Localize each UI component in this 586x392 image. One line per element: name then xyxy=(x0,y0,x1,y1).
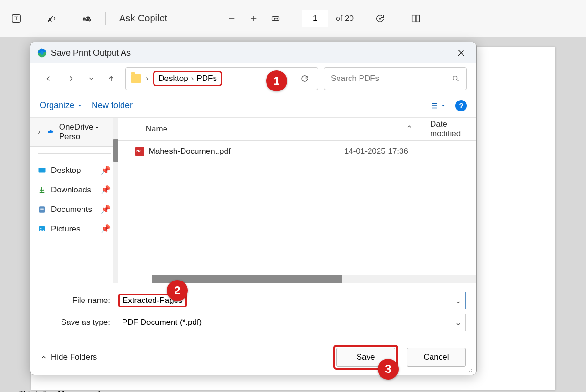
sidebar-item-onedrive[interactable]: › OneDrive - Perso xyxy=(30,118,118,147)
file-name-label: File name: xyxy=(41,296,117,305)
save-type-value: PDF Document (*.pdf) xyxy=(122,318,202,327)
sidebar-item-documents[interactable]: Documents 📌 xyxy=(30,200,118,219)
chevron-right-icon: › xyxy=(38,127,42,137)
pdf-file-icon xyxy=(135,147,144,156)
sidebar-item-pictures[interactable]: Pictures 📌 xyxy=(30,219,118,239)
separator xyxy=(70,12,70,25)
dialog-titlebar: Save Print Output As xyxy=(30,42,476,63)
separator xyxy=(398,12,398,25)
pin-icon: 📌 xyxy=(101,204,111,214)
nav-row: › Desktop › PDFs Search PDFs xyxy=(30,63,476,94)
column-name[interactable]: Name xyxy=(146,124,320,134)
chevron-down-icon[interactable]: ⌄ xyxy=(455,296,462,306)
documents-icon xyxy=(38,205,46,214)
pin-icon: 📌 xyxy=(101,185,111,195)
toolbar-row: Organize New folder ? xyxy=(30,94,476,118)
svg-point-8 xyxy=(40,51,43,54)
fit-width-icon[interactable] xyxy=(267,10,285,28)
onedrive-icon xyxy=(47,128,54,136)
sort-indicator-icon: ⌃ xyxy=(406,124,412,134)
svg-rect-12 xyxy=(40,208,44,208)
rotate-icon[interactable] xyxy=(371,10,389,28)
save-type-select[interactable]: PDF Document (*.pdf) ⌄ xyxy=(117,314,466,331)
chevron-right-icon: › xyxy=(191,74,194,83)
dialog-title-text: Save Print Output As xyxy=(51,48,131,58)
zoom-in-icon[interactable] xyxy=(245,10,263,28)
download-icon xyxy=(38,186,46,194)
zoom-out-icon[interactable] xyxy=(223,10,241,28)
help-icon[interactable]: ? xyxy=(455,100,467,111)
pictures-icon xyxy=(38,225,46,233)
folder-icon xyxy=(131,74,141,83)
sidebar-item-label: Pictures xyxy=(51,224,80,234)
refresh-icon[interactable] xyxy=(297,70,313,87)
sidebar-item-label: Desktop xyxy=(51,166,81,175)
pdf-viewer-toolbar: A aあ Ask Copilot of 20 xyxy=(0,0,586,37)
callout-badge-2: 2 xyxy=(167,280,188,301)
page-view-icon[interactable] xyxy=(407,10,425,28)
svg-rect-14 xyxy=(40,211,42,211)
search-icon xyxy=(452,75,460,82)
sidebar-item-label: Documents xyxy=(51,205,92,214)
svg-point-9 xyxy=(453,76,457,80)
close-button[interactable] xyxy=(452,44,470,61)
sidebar: › OneDrive - Perso Desktop 📌 Downloads 📌… xyxy=(30,118,118,283)
pin-icon: 📌 xyxy=(101,165,111,175)
search-input[interactable]: Search PDFs xyxy=(324,67,467,90)
nav-forward-icon[interactable] xyxy=(62,70,80,87)
horizontal-scrollbar[interactable] xyxy=(152,275,476,283)
nav-back-icon[interactable] xyxy=(40,70,57,87)
svg-rect-6 xyxy=(416,15,419,22)
chevron-down-icon[interactable]: ⌄ xyxy=(455,318,462,328)
read-aloud-icon[interactable]: A xyxy=(43,10,61,28)
hide-folders-button[interactable]: Hide Folders xyxy=(41,352,97,362)
sidebar-item-label: Downloads xyxy=(51,185,91,195)
breadcrumb[interactable]: Desktop › PDFs xyxy=(153,71,222,86)
edge-icon xyxy=(37,48,47,58)
column-date[interactable]: Date modified xyxy=(430,120,476,139)
sidebar-item-downloads[interactable]: Downloads 📌 xyxy=(30,180,118,200)
svg-point-22 xyxy=(473,371,473,372)
sidebar-item-desktop[interactable]: Desktop 📌 xyxy=(30,161,118,180)
ask-copilot-button[interactable]: Ask Copilot xyxy=(119,13,167,24)
svg-point-4 xyxy=(380,18,381,19)
page-number-input[interactable] xyxy=(302,10,328,27)
text-select-tool-icon[interactable] xyxy=(7,10,25,28)
separator xyxy=(34,12,34,25)
separator xyxy=(105,12,106,25)
svg-text:aあ: aあ xyxy=(83,15,91,21)
svg-rect-13 xyxy=(40,209,44,210)
callout-badge-3: 3 xyxy=(378,359,399,380)
svg-text:A: A xyxy=(48,17,52,23)
sidebar-scrollbar[interactable] xyxy=(113,118,118,283)
form-area: File name: Extracted-Pages ⌄ Save as typ… xyxy=(30,283,476,340)
nav-up-icon[interactable] xyxy=(103,70,120,87)
organize-button[interactable]: Organize xyxy=(40,101,82,111)
nav-recent-icon[interactable] xyxy=(85,70,97,87)
view-options-button[interactable] xyxy=(430,101,446,110)
translate-icon[interactable]: aあ xyxy=(79,10,97,28)
svg-point-16 xyxy=(40,228,41,229)
svg-point-19 xyxy=(473,369,473,370)
svg-point-17 xyxy=(473,367,473,368)
callout-badge-1: 1 xyxy=(266,70,287,91)
search-placeholder: Search PDFs xyxy=(331,74,379,83)
save-as-dialog: Save Print Output As › Desktop › PDFs Se… xyxy=(30,42,477,375)
new-folder-button[interactable]: New folder xyxy=(92,101,133,111)
resize-grip-icon[interactable] xyxy=(468,366,474,373)
page-total-label: of 20 xyxy=(336,14,354,23)
svg-point-20 xyxy=(469,371,470,372)
svg-rect-5 xyxy=(412,15,415,22)
document-text-line: This is line 11 on page 1. xyxy=(19,390,567,392)
breadcrumb-item[interactable]: Desktop xyxy=(158,74,188,83)
chevron-right-icon: › xyxy=(146,74,148,83)
sidebar-item-label: OneDrive - Perso xyxy=(59,122,111,141)
separator xyxy=(38,153,111,154)
cancel-button[interactable]: Cancel xyxy=(407,348,466,367)
pin-icon: 📌 xyxy=(101,224,111,234)
save-type-label: Save as type: xyxy=(41,318,117,327)
breadcrumb-item[interactable]: PDFs xyxy=(196,74,217,83)
address-bar[interactable]: › Desktop › PDFs xyxy=(125,67,318,90)
file-row[interactable]: Mahesh-Document.pdf 14-01-2025 17:36 xyxy=(118,141,476,162)
column-header: Name ⌃ Date modified xyxy=(118,118,476,141)
